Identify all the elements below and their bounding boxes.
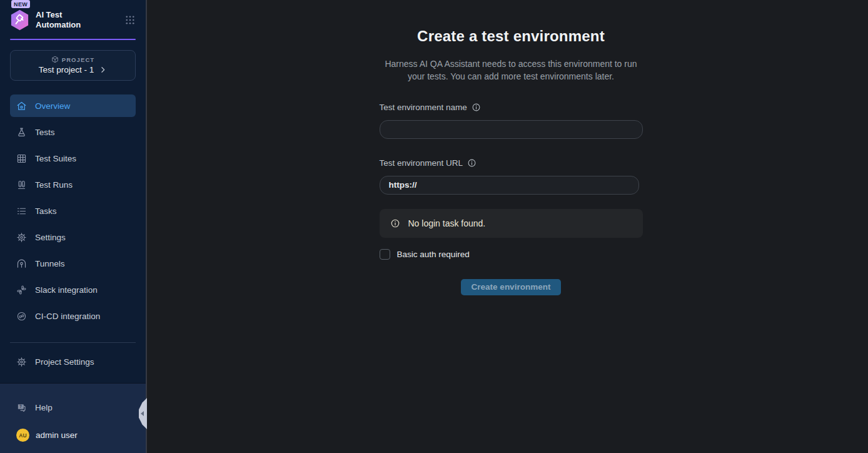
sidebar-item-cicd-integration[interactable]: CI-CD integration bbox=[10, 305, 136, 327]
svg-text:?: ? bbox=[19, 404, 22, 409]
sidebar-item-project-settings[interactable]: Project Settings bbox=[10, 350, 136, 373]
sidebar-item-overview[interactable]: Overview bbox=[10, 94, 136, 117]
grid-table-icon bbox=[16, 153, 27, 164]
project-eyebrow: PROJECT bbox=[51, 56, 95, 63]
page-title: Create a test environment bbox=[380, 28, 643, 45]
chevron-right-icon bbox=[99, 66, 107, 74]
info-icon[interactable] bbox=[472, 103, 481, 112]
user-menu[interactable]: AU admin user bbox=[16, 429, 136, 442]
help-button[interactable]: ? Help bbox=[10, 396, 136, 419]
sidebar-item-label: Overview bbox=[35, 101, 70, 111]
sidebar-nav: Overview Tests Test Suites bbox=[10, 94, 136, 327]
cicd-icon bbox=[16, 311, 27, 322]
accent-divider bbox=[10, 39, 136, 40]
project-name: Test project - 1 bbox=[39, 65, 94, 74]
sidebar-item-label: CI-CD integration bbox=[35, 312, 100, 321]
basic-auth-row: Basic auth required bbox=[380, 249, 643, 260]
basic-auth-checkbox[interactable] bbox=[380, 249, 390, 260]
env-name-label-text: Test environment name bbox=[380, 103, 467, 112]
avatar: AU bbox=[16, 429, 29, 442]
sidebar-item-label: Tunnels bbox=[35, 259, 65, 268]
sidebar-item-label: Settings bbox=[35, 233, 66, 242]
user-name: admin user bbox=[36, 430, 78, 440]
env-url-label-text: Test environment URL bbox=[380, 158, 463, 168]
create-environment-button[interactable]: Create environment bbox=[461, 279, 562, 295]
sidebar-item-tests[interactable]: Tests bbox=[10, 121, 136, 143]
gear-icon bbox=[16, 357, 27, 367]
sidebar-item-label: Tests bbox=[35, 128, 55, 137]
app-switcher-icon[interactable] bbox=[124, 14, 136, 26]
list-icon bbox=[16, 206, 27, 216]
slack-icon bbox=[16, 285, 27, 295]
sidebar-item-label: Test Runs bbox=[35, 180, 73, 190]
test-runs-icon bbox=[16, 180, 27, 190]
project-eyebrow-label: PROJECT bbox=[62, 56, 95, 63]
app-logo-icon bbox=[10, 9, 29, 31]
sidebar-item-label: Slack integration bbox=[35, 285, 98, 295]
page-subtitle: Harness AI QA Assistant needs to access … bbox=[380, 58, 643, 83]
flask-icon bbox=[16, 127, 27, 138]
project-selector[interactable]: PROJECT Test project - 1 bbox=[10, 50, 136, 81]
app-title: AI Test Automation bbox=[36, 10, 91, 31]
help-label: Help bbox=[35, 403, 53, 412]
basic-auth-label[interactable]: Basic auth required bbox=[397, 250, 470, 259]
cube-icon bbox=[51, 56, 59, 63]
info-icon bbox=[390, 218, 400, 228]
sidebar-item-tunnels[interactable]: Tunnels bbox=[10, 252, 136, 275]
sidebar-item-tasks[interactable]: Tasks bbox=[10, 200, 136, 222]
info-icon[interactable] bbox=[467, 158, 477, 168]
sidebar-item-settings[interactable]: Settings bbox=[10, 226, 136, 248]
sidebar-footer: ? Help AU admin user bbox=[0, 383, 146, 453]
help-chat-icon: ? bbox=[16, 402, 27, 413]
gear-icon bbox=[16, 232, 27, 243]
app-header: AI Test Automation bbox=[10, 9, 136, 31]
main-content: Create a test environment Harness AI QA … bbox=[147, 0, 868, 453]
sidebar-item-slack-integration[interactable]: Slack integration bbox=[10, 278, 136, 301]
env-name-input[interactable] bbox=[380, 120, 643, 139]
env-name-label: Test environment name bbox=[380, 103, 643, 112]
sidebar-item-label: Test Suites bbox=[35, 154, 76, 163]
env-url-label: Test environment URL bbox=[380, 158, 643, 168]
sidebar-item-label: Project Settings bbox=[35, 357, 94, 367]
env-url-input[interactable] bbox=[380, 176, 639, 195]
sidebar: NEW AI Test Automation bbox=[0, 0, 147, 453]
home-icon bbox=[16, 101, 27, 111]
notice-text: No login task found. bbox=[408, 218, 486, 228]
login-task-notice: No login task found. bbox=[380, 209, 643, 238]
sidebar-divider bbox=[10, 342, 136, 343]
tunnel-icon bbox=[16, 258, 27, 269]
sidebar-item-label: Tasks bbox=[35, 206, 57, 216]
new-badge: NEW bbox=[11, 0, 30, 8]
sidebar-item-test-runs[interactable]: Test Runs bbox=[10, 173, 136, 196]
sidebar-item-test-suites[interactable]: Test Suites bbox=[10, 147, 136, 170]
